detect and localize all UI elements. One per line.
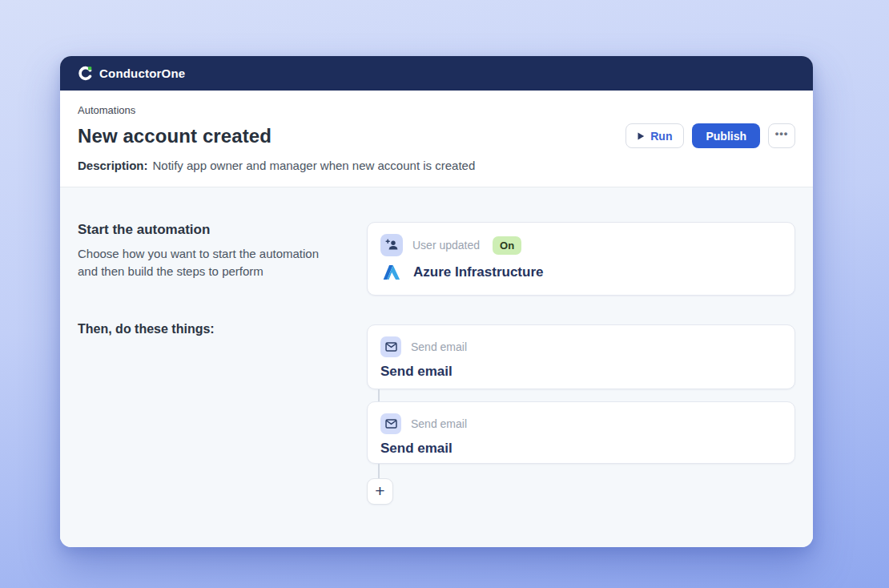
start-section-heading: Start the automation — [78, 222, 343, 238]
play-icon — [638, 132, 645, 140]
workflow-area: Start the automation Choose how you want… — [60, 187, 813, 547]
step-type-label: Send email — [411, 340, 467, 353]
add-step-button[interactable]: + — [367, 478, 393, 505]
page-title: New account created — [78, 125, 272, 147]
step-connector — [378, 464, 380, 478]
titlebar: ConductorOne — [60, 56, 813, 91]
trigger-type-label: User updated — [412, 239, 480, 252]
conductorone-logo-icon — [78, 66, 93, 81]
description-label: Description: — [78, 159, 148, 172]
description-row: Description:Notify app owner and manager… — [78, 159, 795, 172]
start-section-subtext: Choose how you want to start the automat… — [78, 245, 342, 280]
spacer — [367, 296, 795, 324]
azure-logo-icon — [380, 264, 403, 280]
trigger-card[interactable]: User updated On Azure Infrastructure — [367, 222, 795, 296]
breadcrumb[interactable]: Automations — [78, 104, 795, 116]
step-title: Send email — [380, 441, 453, 457]
page-header: Automations New account created Run Publ… — [60, 91, 813, 187]
trigger-app-name: Azure Infrastructure — [413, 264, 543, 280]
step-connector — [378, 389, 380, 401]
brand-logo: ConductorOne — [78, 66, 185, 81]
run-button-label: Run — [650, 130, 672, 143]
step-type-label: Send email — [411, 417, 467, 430]
brand-name: ConductorOne — [99, 66, 185, 80]
header-actions: Run Publish ••• — [626, 123, 795, 148]
email-icon — [380, 413, 401, 434]
trigger-status-badge[interactable]: On — [493, 236, 521, 255]
step-title: Send email — [380, 364, 453, 380]
action-card-2[interactable]: Send email Send email — [367, 401, 795, 464]
action-card-1[interactable]: Send email Send email — [367, 324, 795, 389]
publish-button[interactable]: Publish — [692, 123, 760, 148]
user-updated-icon — [380, 234, 403, 256]
ellipsis-icon: ••• — [775, 127, 789, 139]
workflow-right-column: User updated On Azure Infrastructure — [367, 222, 795, 547]
app-window: ConductorOne Automations New account cre… — [60, 56, 813, 547]
workflow-left-column: Start the automation Choose how you want… — [78, 222, 367, 547]
then-section-heading: Then, do these things: — [78, 322, 343, 336]
more-options-button[interactable]: ••• — [768, 123, 795, 148]
description-text: Notify app owner and manager when new ac… — [153, 159, 476, 172]
email-icon — [380, 336, 401, 357]
run-button[interactable]: Run — [626, 123, 684, 148]
